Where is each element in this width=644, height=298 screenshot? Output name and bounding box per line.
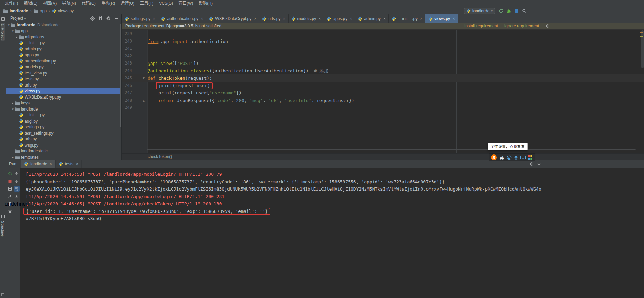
project-scrollbar[interactable] — [120, 24, 121, 127]
tab-close-icon[interactable]: × — [153, 16, 155, 21]
editor-tab[interactable]: admin.py× — [355, 14, 389, 23]
tree-item[interactable]: urls.py — [6, 136, 121, 142]
tab-close-icon[interactable]: × — [350, 16, 352, 21]
breadcrumb-function[interactable]: checkToken() — [148, 154, 172, 159]
sogou-logo-icon[interactable]: S — [491, 154, 497, 160]
tree-item[interactable]: ▾app — [6, 28, 121, 34]
search-icon[interactable] — [522, 9, 527, 13]
code-line[interactable]: 248△ return JsonResponse({'code': 200, '… — [122, 97, 644, 104]
tab-close-icon[interactable]: × — [254, 16, 256, 21]
menu-item[interactable]: 导航(N) — [59, 0, 79, 7]
console-output[interactable]: [11/Apr/2020 14:45:53] "POST /landlorde/… — [20, 168, 644, 298]
editor-tab[interactable]: views.py× — [425, 14, 458, 23]
tab-close-icon[interactable]: × — [201, 16, 203, 21]
stripe-corner-icon[interactable] — [1, 293, 4, 296]
collapse-icon[interactable] — [537, 162, 541, 166]
menu-item[interactable]: 运行(U) — [118, 0, 137, 7]
project-panel-title[interactable]: Project ▾ — [10, 16, 26, 21]
tree-item[interactable]: asgi.py — [6, 118, 121, 124]
tree-item[interactable]: test_view.py — [6, 70, 121, 76]
menu-item[interactable]: 重构(R) — [98, 0, 118, 7]
tab-close-icon[interactable]: × — [420, 16, 422, 21]
menu-item[interactable]: 代码(C) — [79, 0, 98, 7]
tab-close-icon[interactable]: × — [283, 16, 285, 21]
tab-close-icon[interactable]: × — [383, 16, 386, 21]
tree-item[interactable]: apps.py — [6, 52, 121, 58]
code-line[interactable]: 239 — [122, 30, 644, 38]
down-stack-icon[interactable] — [14, 179, 20, 184]
menu-item[interactable]: 编辑(E) — [21, 0, 40, 7]
tree-item[interactable]: settings.py — [6, 124, 121, 130]
breadcrumb-item[interactable]: landlorde — [3, 9, 29, 13]
editor-tab[interactable]: apps.py× — [324, 14, 355, 23]
expand-collapse-icon[interactable] — [98, 16, 103, 20]
editor-tab[interactable]: settings.py× — [122, 14, 158, 23]
emoji-icon[interactable] — [507, 155, 512, 160]
clear-console-icon[interactable] — [7, 209, 13, 214]
tree-open-arrow-icon[interactable]: ▾ — [11, 29, 15, 33]
code-line[interactable]: 242 — [122, 53, 644, 60]
fold-marker-icon[interactable]: △ — [141, 97, 147, 104]
stop-icon[interactable] — [7, 179, 13, 184]
menu-item[interactable]: 文件(F) — [2, 0, 21, 7]
fold-marker-icon[interactable]: ▽ — [141, 74, 147, 82]
code-line[interactable]: 241 — [122, 45, 644, 53]
install-requirement-link[interactable]: Install requirement — [464, 23, 498, 29]
run-tab[interactable]: tests× — [56, 160, 82, 168]
menu-item[interactable]: VCS(S) — [156, 0, 176, 7]
menu-item[interactable]: 视图(V) — [40, 0, 59, 7]
settings-icon[interactable] — [106, 16, 110, 20]
tab-close-icon[interactable]: × — [76, 162, 78, 167]
pin-icon[interactable] — [7, 194, 13, 199]
ime-language-indicator[interactable]: 英 — [500, 154, 504, 161]
restore-layout-icon[interactable] — [7, 186, 13, 192]
rerun-icon[interactable] — [499, 9, 503, 13]
scroll-to-end-icon[interactable] — [14, 194, 20, 199]
up-stack-icon[interactable] — [14, 171, 20, 176]
code-line[interactable]: 244@authentication_classes([authenticati… — [122, 67, 644, 75]
code-line[interactable]: 247 print(request.user["username"]) — [122, 89, 644, 97]
settings-icon[interactable] — [529, 162, 534, 166]
tree-open-arrow-icon[interactable]: ▾ — [11, 107, 15, 111]
code-line[interactable]: 243@api_view(['POST']) — [122, 60, 644, 67]
code-line[interactable]: 246 print(request.user) — [122, 82, 644, 90]
tree-item[interactable]: authentication.py — [6, 58, 121, 64]
tree-item[interactable]: WXBizDataCrypt.py — [6, 94, 121, 100]
banner-settings-icon[interactable] — [545, 24, 549, 28]
debug-icon[interactable] — [506, 9, 511, 13]
tree-closed-arrow-icon[interactable]: ▸ — [15, 35, 19, 39]
editor-tab[interactable]: WXBizDataCrypt.py× — [206, 14, 259, 23]
tree-item[interactable]: ▸migrations — [6, 34, 121, 40]
menu-item[interactable]: 窗口(W) — [176, 0, 196, 7]
toolbox-icon[interactable] — [528, 155, 532, 160]
tree-item[interactable]: views.py — [6, 88, 121, 94]
editor-tab[interactable]: urls.py× — [259, 14, 288, 23]
code-line[interactable]: 240from app import authentication — [122, 38, 644, 45]
tool-stripe-structure[interactable]: Structure — [1, 221, 5, 237]
editor-tab[interactable]: models.py× — [289, 14, 324, 23]
tree-item[interactable]: ▸templates — [6, 154, 121, 160]
tree-open-arrow-icon[interactable]: ▾ — [7, 23, 11, 27]
coverage-icon[interactable] — [514, 9, 519, 13]
tab-close-icon[interactable]: × — [318, 16, 321, 21]
tree-item[interactable]: landlordestatic — [6, 148, 121, 154]
tree-item[interactable]: __init__.py — [6, 112, 121, 118]
ignore-requirement-link[interactable]: Ignore requirement — [504, 23, 539, 29]
menu-item[interactable]: 帮助(H) — [196, 0, 215, 7]
run-tab[interactable]: landlorde× — [21, 160, 55, 168]
tab-close-icon[interactable]: × — [453, 16, 455, 21]
editor-hscrollbar[interactable] — [147, 149, 636, 150]
keyboard-icon[interactable] — [520, 156, 526, 159]
tree-item[interactable]: ▸keys — [6, 100, 121, 106]
breadcrumb-item[interactable]: app — [33, 9, 47, 13]
run-config-selector[interactable]: landlorde ▾ — [464, 8, 495, 14]
hide-panel-icon[interactable] — [114, 16, 118, 20]
tree-item[interactable]: test_settings.py — [6, 130, 121, 136]
rerun-icon[interactable] — [7, 171, 13, 176]
soft-wrap-icon[interactable] — [14, 186, 20, 192]
tree-item[interactable]: wsgi.py — [6, 142, 121, 148]
editor-tab[interactable]: __init__.py× — [389, 14, 425, 23]
code-line[interactable]: 245▽def checkToken(request): — [122, 74, 644, 82]
tree-item[interactable]: urls.py — [6, 82, 121, 88]
tree-item[interactable]: ▾landlorde — [6, 106, 121, 112]
